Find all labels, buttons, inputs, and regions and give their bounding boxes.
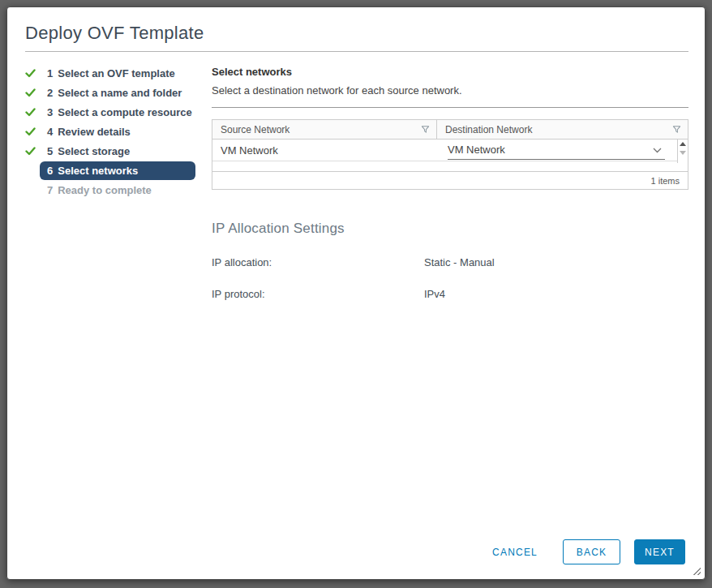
wizard-action-bar: CANCEL BACK NEXT <box>489 539 685 564</box>
step-number: 6 <box>47 165 53 177</box>
page-subtitle: Select a destination network for each so… <box>212 84 688 97</box>
step-number: 2 <box>47 87 53 99</box>
table-scrollbar[interactable] <box>677 139 688 163</box>
step-number: 1 <box>47 67 53 79</box>
step-label: Select an OVF template <box>58 67 175 79</box>
table-footer: 1 items <box>212 171 688 189</box>
check-icon <box>25 147 36 156</box>
step-select-ovf-template[interactable]: 1Select an OVF template <box>25 63 195 83</box>
step-label: Select a name and folder <box>58 87 182 99</box>
ip-allocation-value: Static - Manual <box>424 256 495 268</box>
filter-funnel-icon[interactable] <box>421 125 430 134</box>
ip-protocol-value: IPv4 <box>424 288 445 300</box>
step-select-storage[interactable]: 5Select storage <box>25 141 195 161</box>
column-header-destination-network: Destination Network <box>437 120 688 139</box>
page-title: Select networks <box>212 66 688 78</box>
ip-protocol-row: IP protocol: IPv4 <box>212 288 688 300</box>
modal-overlay: Deploy OVF Template 1Select an OVF templ… <box>0 0 712 588</box>
step-review-details[interactable]: 4Review details <box>25 122 195 141</box>
step-number: 7 <box>47 184 53 196</box>
ip-allocation-label: IP allocation: <box>212 256 424 268</box>
content-divider <box>212 107 688 108</box>
destination-network-cell: VM Network <box>437 140 688 160</box>
step-ready-to-complete: 7Ready to complete <box>25 180 195 200</box>
step-number: 5 <box>47 145 53 157</box>
step-number: 3 <box>47 106 53 118</box>
source-network-cell: VM Network <box>212 144 437 157</box>
ip-protocol-label: IP protocol: <box>212 288 424 300</box>
table-header-row: Source Network Destination Network <box>212 120 688 139</box>
step-label: Select a compute resource <box>58 106 191 118</box>
step-content-panel: Select networks Select a destination net… <box>212 63 688 300</box>
ip-allocation-settings-heading: IP Allocation Settings <box>212 221 688 237</box>
step-number: 4 <box>47 126 53 138</box>
step-label: Select networks <box>58 165 138 177</box>
filter-funnel-icon[interactable] <box>672 125 681 134</box>
table-filler-row <box>212 161 688 171</box>
wizard-steps-sidebar: 1Select an OVF template 2Select a name a… <box>25 63 195 300</box>
check-icon <box>25 127 36 136</box>
check-icon <box>25 108 36 117</box>
dialog-title: Deploy OVF Template <box>25 23 688 44</box>
step-label: Ready to complete <box>58 184 152 196</box>
selected-network-value: VM Network <box>448 144 505 156</box>
step-select-networks-current[interactable]: 6Select networks <box>25 161 195 180</box>
cancel-button[interactable]: CANCEL <box>489 542 541 563</box>
table-row: VM Network VM Network <box>212 139 688 161</box>
step-label: Select storage <box>58 145 130 157</box>
step-select-name-folder[interactable]: 2Select a name and folder <box>25 83 195 102</box>
check-icon <box>25 88 36 97</box>
step-select-compute-resource[interactable]: 3Select a compute resource <box>25 102 195 122</box>
scroll-up-icon[interactable] <box>680 142 686 146</box>
ip-allocation-row: IP allocation: Static - Manual <box>212 256 688 268</box>
next-button[interactable]: NEXT <box>634 539 685 564</box>
destination-network-select[interactable]: VM Network <box>448 140 665 160</box>
deploy-ovf-dialog: Deploy OVF Template 1Select an OVF templ… <box>6 6 706 580</box>
resize-handle-icon[interactable] <box>692 566 701 575</box>
check-icon <box>25 69 36 78</box>
items-count: 1 items <box>651 176 680 186</box>
column-header-source-network: Source Network <box>212 120 437 139</box>
back-button[interactable]: BACK <box>563 539 620 564</box>
chevron-down-icon <box>653 144 662 156</box>
step-label: Review details <box>58 126 131 138</box>
scroll-down-icon[interactable] <box>680 151 686 155</box>
network-mapping-table: Source Network Destination Network VM Ne… <box>212 119 688 190</box>
